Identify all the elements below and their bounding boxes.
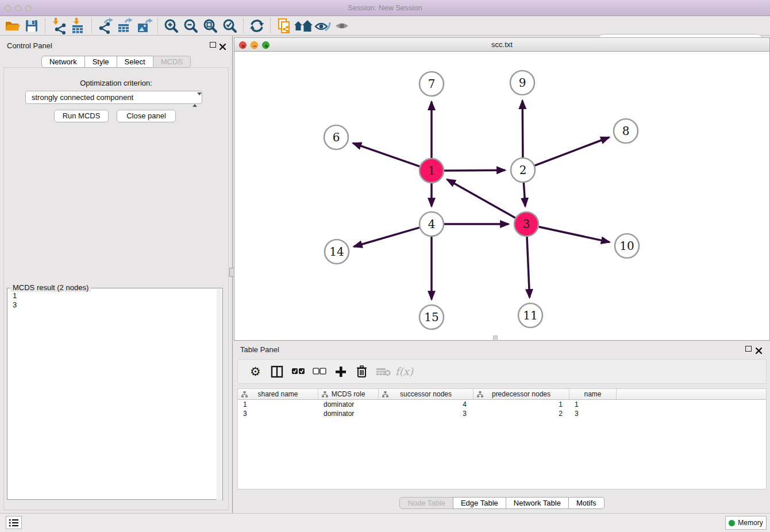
graph-node-8[interactable]: 8: [614, 119, 638, 143]
graph-edge-2-9[interactable]: [522, 101, 523, 157]
unchecked-boxes-icon: [313, 368, 326, 375]
graph-node-9[interactable]: 9: [510, 71, 534, 95]
graph-node-2[interactable]: 2: [511, 158, 535, 182]
graph-edge-3-1[interactable]: [447, 179, 515, 218]
zoom-selected-button[interactable]: [220, 17, 240, 34]
zoom-in-button[interactable]: [161, 17, 181, 34]
column-header-name[interactable]: name: [569, 389, 617, 399]
table-row[interactable]: 1dominator411: [238, 400, 766, 409]
task-history-button[interactable]: [6, 516, 22, 529]
graph-node-11[interactable]: 11: [518, 303, 542, 327]
table-row[interactable]: 3dominator323: [238, 409, 766, 418]
graph-node-10[interactable]: 10: [615, 234, 639, 258]
tab-mcds[interactable]: MCDS: [153, 56, 191, 68]
refresh-button[interactable]: [247, 17, 267, 34]
delete-table-button[interactable]: [372, 362, 394, 381]
minimize-network-icon[interactable]: [251, 41, 258, 49]
run-mcds-button[interactable]: Run MCDS: [54, 110, 109, 122]
criterion-select[interactable]: strongly connected component: [25, 91, 202, 104]
graph-edge-3-11[interactable]: [527, 237, 530, 298]
hide-selected-button[interactable]: [313, 17, 333, 34]
tab-node-table[interactable]: Node Table: [399, 497, 453, 509]
graph-node-6[interactable]: 6: [324, 125, 348, 149]
canvas-splitter-grip[interactable]: [493, 336, 498, 340]
close-network-icon[interactable]: [239, 41, 247, 49]
optimization-criterion-label: Optimization criterion:: [0, 79, 232, 87]
zoom-out-button[interactable]: [181, 17, 201, 34]
column-header-shared-name[interactable]: shared name: [238, 389, 318, 399]
graph-edge-1-2[interactable]: [444, 170, 505, 171]
zoom-fit-icon: [202, 17, 219, 34]
delete-row-button[interactable]: [351, 362, 372, 381]
table-tabs: Node Table Edge Table Network Table Moti…: [234, 497, 770, 509]
zoom-selected-icon: [221, 17, 238, 34]
graph-node-label: 4: [428, 217, 436, 231]
graph-node-label: 15: [424, 310, 438, 324]
list-icon: [9, 518, 19, 527]
open-session-button[interactable]: [2, 17, 22, 34]
memory-button[interactable]: Memory: [725, 516, 767, 530]
column-header-mcds-role[interactable]: MCDS role: [318, 389, 379, 399]
graph-node-1[interactable]: 1: [419, 159, 444, 183]
import-table-button[interactable]: [68, 17, 88, 34]
table-cell: 1: [473, 400, 569, 409]
import-network-button[interactable]: [49, 17, 68, 34]
save-session-button[interactable]: [22, 17, 41, 34]
graph-edge-4-14[interactable]: [354, 228, 419, 246]
minimize-window-icon[interactable]: [15, 5, 21, 11]
graph-node-3[interactable]: 3: [514, 212, 538, 236]
float-table-panel-icon[interactable]: [745, 346, 752, 352]
zoom-in-icon: [163, 17, 180, 34]
home-button[interactable]: [294, 17, 313, 34]
graph-edge-1-6[interactable]: [353, 143, 419, 167]
tab-select[interactable]: Select: [117, 56, 153, 68]
graph-edge-3-10[interactable]: [539, 227, 610, 242]
column-header-successor-nodes[interactable]: successor nodes: [379, 389, 473, 399]
graph-node-label: 9: [519, 76, 526, 90]
close-panel-icon[interactable]: [220, 42, 226, 52]
network-canvas[interactable]: 7968124314101511: [234, 52, 770, 341]
graph-edge-2-3[interactable]: [523, 183, 525, 206]
select-all-button[interactable]: [287, 362, 309, 381]
export-network-button[interactable]: [95, 17, 115, 34]
zoom-window-icon[interactable]: [25, 5, 32, 11]
show-all-button[interactable]: [333, 17, 352, 34]
graph-node-14[interactable]: 14: [325, 240, 349, 264]
deselect-all-button[interactable]: [309, 362, 330, 381]
network-titlebar: scc.txt: [234, 37, 770, 52]
copy-network-button[interactable]: [274, 17, 294, 34]
tab-edge-table[interactable]: Edge Table: [453, 497, 506, 509]
close-table-panel-icon[interactable]: [756, 346, 762, 356]
graph-node-4[interactable]: 4: [419, 212, 444, 236]
close-panel-button[interactable]: Close panel: [117, 110, 176, 122]
graph-node-15[interactable]: 15: [419, 305, 444, 329]
tab-style[interactable]: Style: [84, 56, 117, 68]
home-icon: [294, 18, 313, 34]
graph-node-7[interactable]: 7: [419, 72, 444, 96]
tab-motifs[interactable]: Motifs: [568, 497, 605, 509]
select-stepper-icon: [192, 94, 198, 106]
float-panel-icon[interactable]: [210, 42, 216, 48]
table-settings-button[interactable]: ⚙: [245, 362, 266, 381]
zoom-fit-button[interactable]: [201, 17, 220, 34]
export-image-button[interactable]: [134, 17, 154, 34]
column-visibility-button[interactable]: [266, 362, 287, 381]
mcds-result-value: 1: [7, 291, 222, 300]
control-panel: Control Panel Network Style Select MCDS …: [0, 36, 232, 513]
result-scrollbar[interactable]: [217, 289, 222, 500]
export-table-icon: [116, 17, 133, 34]
graph-edge-2-8[interactable]: [535, 137, 609, 165]
export-table-button[interactable]: [115, 17, 134, 34]
show-eye-icon: [333, 18, 352, 34]
add-row-button[interactable]: [330, 362, 351, 381]
column-header-predecessor-nodes[interactable]: predecessor nodes: [473, 389, 569, 399]
memory-label: Memory: [738, 519, 763, 527]
app-title: Session: New Session: [0, 0, 770, 16]
plus-icon: [335, 366, 346, 377]
tab-network-table[interactable]: Network Table: [506, 497, 569, 509]
function-builder-button[interactable]: f(x): [394, 362, 415, 381]
graph-node-label: 2: [519, 163, 527, 177]
zoom-network-icon[interactable]: [262, 41, 270, 49]
close-window-icon[interactable]: [5, 5, 11, 11]
tab-network[interactable]: Network: [41, 56, 85, 68]
